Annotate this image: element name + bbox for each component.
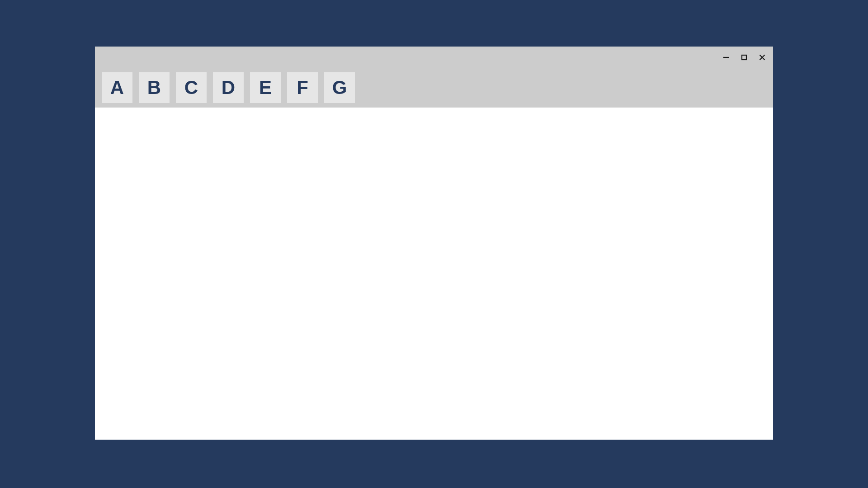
close-icon (759, 54, 766, 61)
toolbar-button-b[interactable]: B (139, 72, 170, 103)
toolbar-button-f[interactable]: F (287, 72, 318, 103)
close-button[interactable] (755, 50, 769, 65)
svg-rect-1 (742, 55, 746, 60)
content-area (95, 108, 773, 440)
toolbar-button-c[interactable]: C (176, 72, 207, 103)
minimize-icon (722, 54, 730, 61)
application-window: A B C D E F G (95, 47, 773, 440)
minimize-button[interactable] (719, 50, 733, 65)
titlebar (95, 47, 773, 68)
maximize-icon (741, 54, 748, 61)
toolbar-button-d[interactable]: D (213, 72, 244, 103)
toolbar-button-e[interactable]: E (250, 72, 281, 103)
maximize-button[interactable] (737, 50, 751, 65)
toolbar-button-a[interactable]: A (102, 72, 132, 103)
toolbar: A B C D E F G (95, 68, 773, 108)
toolbar-button-g[interactable]: G (324, 72, 355, 103)
